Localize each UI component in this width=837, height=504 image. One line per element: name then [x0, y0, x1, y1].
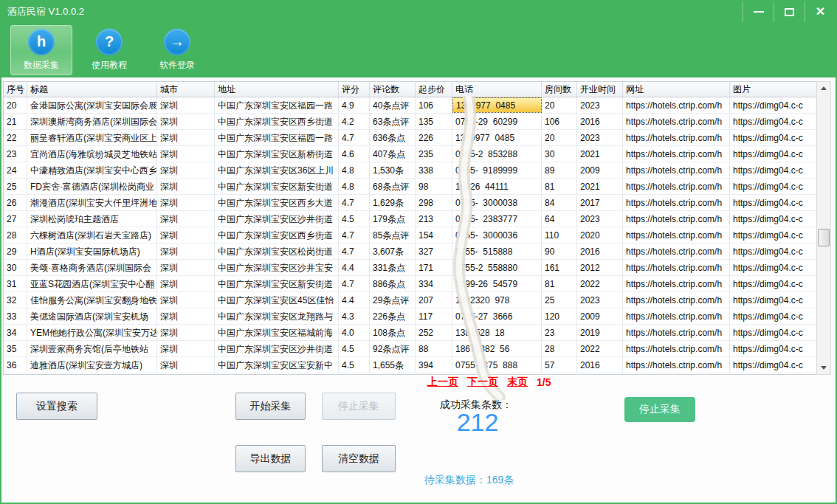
scroll-up-button[interactable]	[817, 82, 830, 94]
cell-rating[interactable]: 4.7	[339, 130, 370, 145]
cell-rating[interactable]: 4.9	[339, 97, 370, 113]
cell-url[interactable]: https://hotels.ctrip.com/h	[623, 130, 730, 145]
last-page-link[interactable]: 末页	[507, 376, 528, 389]
cell-city[interactable]: 深圳	[157, 179, 215, 194]
cell-rooms[interactable]: 84	[542, 195, 577, 210]
cell-city[interactable]: 深圳	[157, 162, 215, 178]
cell-open-year[interactable]: 2016	[577, 244, 623, 259]
cell-reviews[interactable]: 226条点	[370, 308, 416, 324]
cell-index[interactable]: 35	[4, 341, 27, 356]
start-collect-button[interactable]: 开始采集	[235, 393, 306, 420]
cell-open-year[interactable]: 2022	[577, 276, 623, 291]
cell-rating[interactable]: 4.7	[339, 276, 370, 291]
cell-phone[interactable]: 1382528 18	[452, 325, 542, 340]
cell-rating[interactable]: 4.8	[339, 162, 370, 178]
cell-index[interactable]: 24	[4, 162, 27, 178]
cell-rooms[interactable]: 28	[542, 341, 577, 356]
cell-price[interactable]: 252	[416, 325, 452, 340]
cell-reviews[interactable]: 1,530条	[370, 162, 416, 178]
cell-title[interactable]: 六棵树酒店(深圳石岩天宝路店)	[27, 227, 157, 243]
cell-rooms[interactable]: 30	[542, 146, 577, 162]
cell-image[interactable]: https://dimg04.c-c	[730, 341, 816, 356]
cell-title[interactable]: 美颂·喜格商务酒店(深圳国际会	[27, 260, 157, 275]
cell-phone[interactable]: 0755-2 558880	[452, 260, 542, 275]
clear-data-button[interactable]: 清空数据	[322, 445, 396, 472]
scroll-track[interactable]	[817, 94, 830, 362]
cell-phone[interactable]: 0755- 2383777	[452, 211, 542, 227]
column-header-phone[interactable]: 电话	[452, 82, 542, 97]
cell-rating[interactable]: 4.5	[339, 211, 370, 227]
cell-url[interactable]: https://hotels.ctrip.com/h	[623, 341, 730, 356]
cell-rating[interactable]: 4.7	[339, 244, 370, 259]
cell-address[interactable]: 中国广东深圳宝安区沙井宝安	[215, 260, 339, 275]
cell-rooms[interactable]: 20	[542, 130, 577, 145]
table-row[interactable]: 22丽呈睿轩酒店(深圳宝安商业区上深圳中国广东深圳宝安区福园一路4.7636条点…	[4, 130, 816, 146]
cell-index[interactable]: 25	[4, 179, 27, 194]
cell-url[interactable]: https://hotels.ctrip.com/h	[623, 162, 730, 178]
table-row[interactable]: 33美偲途国际酒店(深圳宝安机场深圳中国广东深圳宝安区龙翔路与4.3226条点1…	[4, 308, 816, 325]
cell-open-year[interactable]: 2022	[577, 341, 623, 356]
vertical-scrollbar[interactable]	[816, 81, 831, 375]
cell-title[interactable]: H酒店(深圳宝安国际机场店)	[27, 244, 157, 259]
cell-address[interactable]: 中国广东深圳宝安区福城前海	[215, 325, 339, 340]
cell-address[interactable]: 中国广东深圳宝安区新安街道	[215, 179, 339, 194]
cell-rooms[interactable]: 23	[542, 325, 577, 340]
cell-rating[interactable]: 4.4	[339, 260, 370, 275]
cell-index[interactable]: 34	[4, 325, 27, 340]
cell-index[interactable]: 20	[4, 97, 27, 113]
cell-index[interactable]: 29	[4, 244, 27, 259]
cell-title[interactable]: 深圳澳斯湾商务酒店(深圳国际会	[27, 114, 157, 129]
cell-open-year[interactable]: 2020	[577, 227, 623, 243]
cell-phone[interactable]: 0755-27 3666	[452, 308, 542, 324]
cell-city[interactable]: 深圳	[157, 292, 215, 308]
cell-image[interactable]: https://dimg04.c-c	[730, 162, 816, 178]
cell-index[interactable]: 31	[4, 276, 27, 291]
column-header-open-year[interactable]: 开业时间	[577, 82, 623, 97]
column-header-image[interactable]: 图片	[730, 82, 816, 97]
cell-title[interactable]: 迪雅酒店(深圳宝安壹方城店)	[27, 357, 157, 373]
cell-title[interactable]: FD宾舍·富德酒店(深圳松岗商业	[27, 179, 157, 194]
cell-url[interactable]: https://hotels.ctrip.com/h	[623, 179, 730, 194]
cell-url[interactable]: https://hotels.ctrip.com/h	[623, 97, 730, 113]
cell-price[interactable]: 135	[416, 114, 452, 129]
cell-address[interactable]: 中国广东深圳宝安区宝安新中	[215, 357, 339, 373]
cell-url[interactable]: https://hotels.ctrip.com/h	[623, 325, 730, 340]
table-row[interactable]: 36迪雅酒店(深圳宝安壹方城店)深圳中国广东深圳宝安区宝安新中4.51,655条…	[4, 357, 816, 373]
cell-rooms[interactable]: 120	[542, 308, 577, 324]
cell-title[interactable]: YEM他她行政公寓(深圳宝安万达	[27, 325, 157, 340]
column-header-url[interactable]: 网址	[623, 82, 730, 97]
cell-title[interactable]: 中濠精致酒店(深圳宝安中心西乡	[27, 162, 157, 178]
cell-price[interactable]: 207	[416, 292, 452, 308]
column-header-index[interactable]: 序号	[4, 82, 27, 97]
cell-image[interactable]: https://dimg04.c-c	[730, 227, 816, 243]
cell-image[interactable]: https://dimg04.c-c	[730, 195, 816, 210]
cell-image[interactable]: https://dimg04.c-c	[730, 211, 816, 227]
cell-index[interactable]: 36	[4, 357, 27, 373]
cell-open-year[interactable]: 2017	[577, 195, 623, 210]
cell-url[interactable]: https://hotels.ctrip.com/h	[623, 308, 730, 324]
cell-open-year[interactable]: 2023	[577, 97, 623, 113]
cell-address[interactable]: 中国广东深圳宝安区45区佳怡	[215, 292, 339, 308]
cell-phone[interactable]: 0755-29 60299	[452, 114, 542, 129]
export-data-button[interactable]: 导出数据	[235, 445, 306, 472]
table-row[interactable]: 29H酒店(深圳宝安国际机场店)深圳中国广东深圳宝安区松岗街道4.73,607条…	[4, 244, 816, 260]
cell-reviews[interactable]: 29条点评	[370, 292, 416, 308]
cell-image[interactable]: https://dimg04.c-c	[730, 276, 816, 291]
cell-url[interactable]: https://hotels.ctrip.com/h	[623, 244, 730, 259]
column-header-rooms[interactable]: 房间数	[542, 82, 577, 97]
cell-image[interactable]: https://dimg04.c-c	[730, 244, 816, 259]
cell-rooms[interactable]: 20	[542, 97, 577, 113]
cell-price[interactable]: 338	[416, 162, 452, 178]
cell-open-year[interactable]: 2009	[577, 162, 623, 178]
cell-open-year[interactable]: 2019	[577, 325, 623, 340]
cell-city[interactable]: 深圳	[157, 227, 215, 243]
table-row[interactable]: 35深圳壹家商务宾馆(后亭地铁站深圳中国广东深圳宝安区沙井街道4.592条点评8…	[4, 341, 816, 357]
cell-reviews[interactable]: 636条点	[370, 130, 416, 145]
cell-reviews[interactable]: 886条点	[370, 276, 416, 291]
stop-collect-button-disabled[interactable]: 停止采集	[322, 393, 396, 420]
cell-open-year[interactable]: 2012	[577, 260, 623, 275]
cell-image[interactable]: https://dimg04.c-c	[730, 114, 816, 129]
cell-reviews[interactable]: 179条点	[370, 211, 416, 227]
table-row[interactable]: 21深圳澳斯湾商务酒店(深圳国际会深圳中国广东深圳宝安区西乡街道4.263条点评…	[4, 114, 816, 130]
cell-city[interactable]: 深圳	[157, 260, 215, 275]
